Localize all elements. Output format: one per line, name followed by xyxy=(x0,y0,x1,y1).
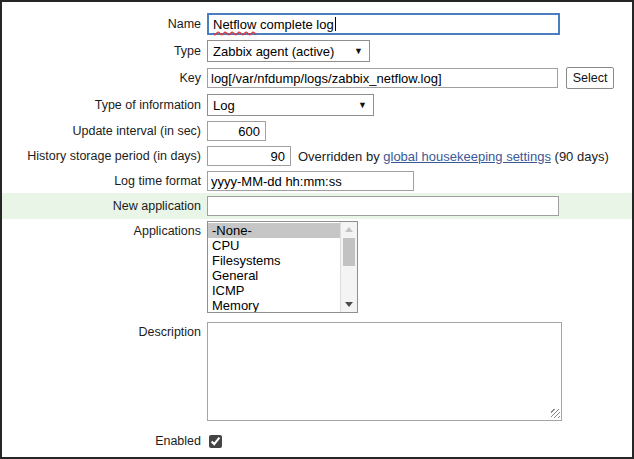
type-select-value: Zabbix agent (active) xyxy=(213,44,334,59)
resize-handle-icon[interactable] xyxy=(551,409,560,418)
applications-scrollbar[interactable] xyxy=(340,222,357,312)
applications-options: -None-CPUFilesystemsGeneralICMPMemory xyxy=(208,222,341,312)
application-option[interactable]: CPU xyxy=(208,238,341,253)
update-interval-label: Update interval (in sec) xyxy=(2,124,207,138)
row-enabled: Enabled xyxy=(2,434,632,448)
type-label: Type xyxy=(2,44,207,58)
name-field: Netflow complete log xyxy=(207,13,560,35)
type-of-information-select[interactable]: Log ▼ xyxy=(207,94,374,116)
applications-field: -None-CPUFilesystemsGeneralICMPMemory xyxy=(207,221,358,315)
description-textarea[interactable] xyxy=(207,322,562,421)
row-log-time-format: Log time format xyxy=(2,171,632,191)
history-storage-input[interactable] xyxy=(207,146,291,166)
log-time-format-label: Log time format xyxy=(2,174,207,188)
history-storage-label: History storage period (in days) xyxy=(2,149,207,163)
enabled-label: Enabled xyxy=(2,434,207,448)
type-select[interactable]: Zabbix agent (active) ▼ xyxy=(207,40,370,62)
description-label: Description xyxy=(2,322,207,339)
history-storage-field: Overridden by global housekeeping settin… xyxy=(207,146,609,166)
row-update-interval: Update interval (in sec) xyxy=(2,121,632,141)
type-of-information-label: Type of information xyxy=(2,98,207,112)
application-option[interactable]: -None- xyxy=(208,223,341,238)
dropdown-arrow-icon: ▼ xyxy=(354,47,363,56)
log-time-format-input[interactable] xyxy=(207,171,414,191)
application-option[interactable]: General xyxy=(208,268,341,283)
scroll-up-icon[interactable] xyxy=(341,222,357,237)
global-housekeeping-settings-link[interactable]: global housekeeping settings xyxy=(383,149,551,164)
type-field: Zabbix agent (active) ▼ xyxy=(207,40,370,62)
row-description: Description xyxy=(2,322,632,421)
type-of-information-field: Log ▼ xyxy=(207,94,374,116)
history-note-prefix: Overridden by xyxy=(298,149,383,164)
history-note-suffix: (90 days) xyxy=(551,149,609,164)
scrollbar-thumb[interactable] xyxy=(343,238,355,266)
dropdown-arrow-icon: ▼ xyxy=(358,101,367,110)
name-input[interactable]: Netflow complete log xyxy=(207,13,560,35)
history-override-note: Overridden by global housekeeping settin… xyxy=(298,149,609,164)
new-application-field xyxy=(207,196,559,216)
row-applications: Applications -None-CPUFilesystemsGeneral… xyxy=(2,221,632,315)
item-config-form: Name Netflow complete log Type Zabbix ag… xyxy=(0,0,634,459)
key-input[interactable] xyxy=(207,68,558,88)
row-type-of-information: Type of information Log ▼ xyxy=(2,94,632,116)
application-option[interactable]: Memory xyxy=(208,298,341,312)
row-key: Key Select xyxy=(2,67,632,89)
key-label: Key xyxy=(2,71,207,85)
new-application-input[interactable] xyxy=(207,196,559,216)
application-option[interactable]: Filesystems xyxy=(208,253,341,268)
row-type: Type Zabbix agent (active) ▼ xyxy=(2,40,632,62)
row-history-storage: History storage period (in days) Overrid… xyxy=(2,146,632,166)
name-label: Name xyxy=(2,17,207,31)
name-value-misspelled: Netflow xyxy=(213,17,256,32)
log-time-format-field xyxy=(207,171,414,191)
applications-listbox[interactable]: -None-CPUFilesystemsGeneralICMPMemory xyxy=(207,221,358,313)
enabled-field xyxy=(207,435,222,448)
text-caret-icon xyxy=(335,17,336,31)
row-new-application: New application xyxy=(2,193,632,219)
description-field xyxy=(207,322,562,421)
new-application-label: New application xyxy=(2,199,207,213)
description-textarea-wrap xyxy=(207,322,562,421)
application-option[interactable]: ICMP xyxy=(208,283,341,298)
name-value-rest: complete log xyxy=(256,17,333,32)
type-of-information-select-value: Log xyxy=(213,98,235,113)
update-interval-field xyxy=(207,121,266,141)
enabled-checkbox[interactable] xyxy=(209,435,222,448)
key-field: Select xyxy=(207,67,614,89)
key-select-button[interactable]: Select xyxy=(566,67,614,89)
applications-label: Applications xyxy=(2,221,207,238)
scroll-down-icon[interactable] xyxy=(341,297,357,312)
row-name: Name Netflow complete log xyxy=(2,13,632,35)
update-interval-input[interactable] xyxy=(207,121,266,141)
